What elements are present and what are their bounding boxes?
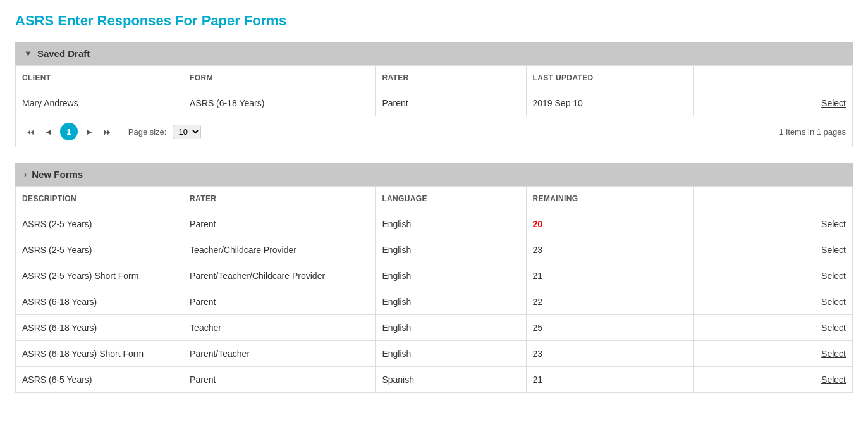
new-forms-row: ASRS (6-5 Years) Parent Spanish 21 Selec…	[16, 367, 852, 393]
new-forms-remaining: 23	[526, 341, 694, 367]
new-forms-action-cell: Select	[694, 237, 852, 263]
new-forms-row: ASRS (6-18 Years) Parent English 22 Sele…	[16, 289, 852, 315]
new-forms-remaining: 22	[526, 289, 694, 315]
saved-draft-col-form: FORM	[183, 66, 376, 90]
next-page-button[interactable]: ►	[82, 125, 97, 139]
new-forms-description: ASRS (6-18 Years) Short Form	[16, 341, 183, 367]
new-forms-row: ASRS (6-18 Years) Short Form Parent/Teac…	[16, 341, 852, 367]
new-forms-action-cell: Select	[694, 289, 852, 315]
new-forms-description: ASRS (2-5 Years) Short Form	[16, 263, 183, 289]
pagination-summary: 1 items in 1 pages	[779, 127, 846, 137]
new-forms-language: English	[376, 237, 526, 263]
saved-draft-select-button[interactable]: Select	[821, 98, 846, 108]
new-forms-description: ASRS (2-5 Years)	[16, 211, 183, 237]
new-forms-select-button[interactable]: Select	[821, 323, 846, 333]
new-forms-rater: Parent	[183, 211, 376, 237]
new-forms-action-cell: Select	[694, 263, 852, 289]
new-forms-language: English	[376, 211, 526, 237]
new-forms-col-remaining: REMAINING	[526, 187, 694, 211]
new-forms-row: ASRS (2-5 Years) Short Form Parent/Teach…	[16, 263, 852, 289]
new-forms-language: English	[376, 263, 526, 289]
new-forms-language: English	[376, 289, 526, 315]
new-forms-action-cell: Select	[694, 341, 852, 367]
current-page-number[interactable]: 1	[60, 123, 78, 140]
new-forms-select-button[interactable]: Select	[821, 297, 846, 307]
saved-draft-client: Mary Andrews	[16, 90, 183, 116]
saved-draft-col-action	[694, 66, 852, 90]
new-forms-rater: Parent	[183, 289, 376, 315]
new-forms-header[interactable]: › New Forms	[15, 163, 853, 186]
saved-draft-row: Mary Andrews ASRS (6-18 Years) Parent 20…	[16, 90, 852, 116]
saved-draft-table: CLIENT FORM RATER LAST UPDATED Mary Andr…	[16, 66, 852, 116]
new-forms-select-button[interactable]: Select	[821, 375, 846, 385]
new-forms-row: ASRS (6-18 Years) Teacher English 25 Sel…	[16, 315, 852, 341]
new-forms-remaining: 21	[526, 367, 694, 393]
pagination-controls: ⏮ ◄ 1 ► ⏭ Page size: 10 25 50	[22, 123, 201, 140]
saved-draft-table-container: CLIENT FORM RATER LAST UPDATED Mary Andr…	[15, 65, 853, 147]
page-size-label: Page size:	[128, 127, 167, 137]
saved-draft-form: ASRS (6-18 Years)	[183, 90, 376, 116]
page-size-select[interactable]: 10 25 50	[173, 125, 201, 139]
new-forms-action-cell: Select	[694, 367, 852, 393]
new-forms-label: New Forms	[32, 169, 83, 180]
new-forms-select-button[interactable]: Select	[821, 349, 846, 359]
new-forms-description: ASRS (6-18 Years)	[16, 315, 183, 341]
new-forms-action-cell: Select	[694, 315, 852, 341]
new-forms-row: ASRS (2-5 Years) Teacher/Childcare Provi…	[16, 237, 852, 263]
new-forms-table: DESCRIPTION RATER LANGUAGE REMAINING ASR…	[16, 187, 852, 392]
saved-draft-col-client: CLIENT	[16, 66, 183, 90]
saved-draft-col-rater: RATER	[376, 66, 526, 90]
new-forms-select-button[interactable]: Select	[821, 219, 846, 229]
saved-draft-label: Saved Draft	[37, 48, 90, 59]
new-forms-rater: Parent/Teacher	[183, 341, 376, 367]
first-page-button[interactable]: ⏮	[22, 125, 38, 139]
last-page-button[interactable]: ⏭	[100, 125, 116, 139]
saved-draft-rater: Parent	[376, 90, 526, 116]
new-forms-row: ASRS (2-5 Years) Parent English 20 Selec…	[16, 211, 852, 237]
new-forms-rater: Teacher	[183, 315, 376, 341]
new-forms-section: › New Forms DESCRIPTION RATER LANGUAGE R…	[15, 163, 853, 393]
new-forms-col-rater: RATER	[183, 187, 376, 211]
new-forms-remaining: 21	[526, 263, 694, 289]
new-forms-description: ASRS (6-5 Years)	[16, 367, 183, 393]
new-forms-select-button[interactable]: Select	[821, 271, 846, 281]
saved-draft-section: ▼ Saved Draft CLIENT FORM RATER LAST UPD…	[15, 42, 853, 147]
new-forms-remaining: 20	[526, 211, 694, 237]
new-forms-description: ASRS (6-18 Years)	[16, 289, 183, 315]
new-forms-chevron: ›	[24, 170, 27, 179]
new-forms-rater: Parent/Teacher/Childcare Provider	[183, 263, 376, 289]
new-forms-language: English	[376, 315, 526, 341]
new-forms-col-action	[694, 187, 852, 211]
saved-draft-col-lastupdated: LAST UPDATED	[526, 66, 694, 90]
saved-draft-action-cell: Select	[694, 90, 852, 116]
saved-draft-lastupdated: 2019 Sep 10	[526, 90, 694, 116]
new-forms-col-desc: DESCRIPTION	[16, 187, 183, 211]
saved-draft-header[interactable]: ▼ Saved Draft	[15, 42, 853, 65]
saved-draft-chevron: ▼	[24, 49, 32, 58]
new-forms-language: English	[376, 341, 526, 367]
new-forms-action-cell: Select	[694, 211, 852, 237]
saved-draft-pagination: ⏮ ◄ 1 ► ⏭ Page size: 10 25 50 1 items in…	[16, 116, 852, 147]
new-forms-col-language: LANGUAGE	[376, 187, 526, 211]
prev-page-button[interactable]: ◄	[40, 125, 56, 139]
new-forms-language: Spanish	[376, 367, 526, 393]
new-forms-remaining: 23	[526, 237, 694, 263]
new-forms-table-container: DESCRIPTION RATER LANGUAGE REMAINING ASR…	[15, 186, 853, 393]
new-forms-select-button[interactable]: Select	[821, 245, 846, 255]
page-title: ASRS Enter Responses For Paper Forms	[15, 13, 853, 29]
new-forms-description: ASRS (2-5 Years)	[16, 237, 183, 263]
new-forms-rater: Teacher/Childcare Provider	[183, 237, 376, 263]
new-forms-remaining: 25	[526, 315, 694, 341]
new-forms-rater: Parent	[183, 367, 376, 393]
